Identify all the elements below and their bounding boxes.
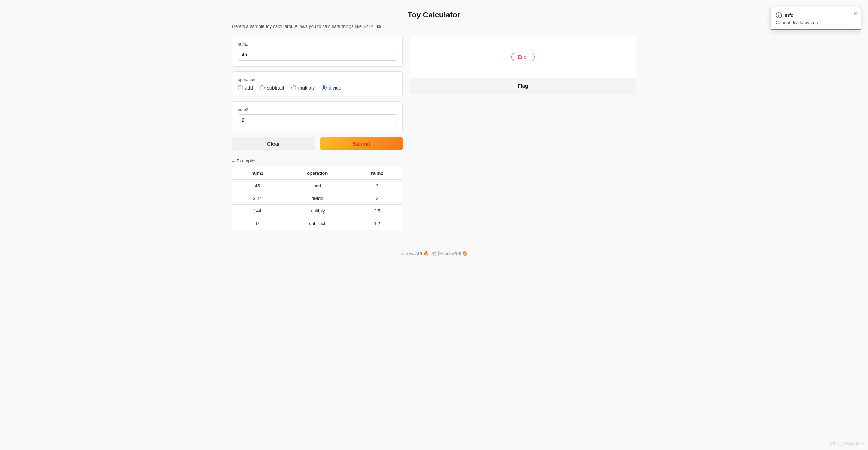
col-operation: operation [283,167,352,180]
radio-divide-input[interactable] [322,85,327,90]
table-cell-num1: 144 [232,205,283,217]
table-cell-num2: 2 [352,192,402,205]
table-cell-num1: 45 [232,180,283,192]
radio-subtract[interactable]: subtract [260,85,284,91]
examples-table: num1 operation num2 45add33.14divide2144… [232,167,403,230]
error-badge: Error [511,53,535,61]
page-description: Here's a sample toy calculator. Allows y… [232,24,636,29]
toast-notification: i Info Cannot divide by zero! × [770,7,861,30]
table-row[interactable]: 45add3 [232,180,402,192]
radio-multiply-input[interactable] [291,85,296,90]
num2-section: num2 [232,101,403,132]
examples-thead: num1 operation num2 [232,167,402,180]
radio-add[interactable]: add [238,85,253,91]
examples-tbody: 45add33.14divide2144multiply2.50subtract… [232,180,402,230]
left-panel: num1 operation add subtract [232,36,403,230]
table-cell-num2: 3 [352,180,402,192]
num1-input[interactable] [238,49,397,61]
table-cell-num2: 2.5 [352,205,402,217]
info-icon: i [776,12,782,18]
toast-progress-bar [771,29,861,30]
radio-divide-label: divide [329,85,341,91]
table-cell-operation: multiply [283,205,352,217]
radio-add-label: add [245,85,253,91]
table-row[interactable]: 0subtract1.2 [232,217,402,230]
table-cell-operation: subtract [283,217,352,230]
examples-header-row: num1 operation num2 [232,167,402,180]
page-wrapper: Toy Calculator Here's a sample toy calcu… [225,0,643,278]
page-title: Toy Calculator [232,10,636,20]
table-row[interactable]: 3.14divide2 [232,192,402,205]
col-num2: num2 [352,167,402,180]
examples-label: Examples [237,158,256,163]
table-cell-num2: 1.2 [352,217,402,230]
footer-built-label: 使用Gradio构建 🎨 [432,251,468,256]
table-row[interactable]: 144multiply2.5 [232,205,402,217]
radio-group: add subtract multiply divide [238,85,397,91]
radio-add-input[interactable] [238,85,243,90]
radio-multiply-label: multiply [298,85,315,91]
button-row: Clear Submit [232,137,403,150]
operation-label: operation [238,77,397,82]
num2-input[interactable] [238,114,397,126]
result-area: Error [410,36,636,78]
operation-section: operation add subtract multiply [232,71,403,96]
submit-button[interactable]: Submit [320,137,403,150]
footer: Use via API 🔥 · 使用Gradio构建 🎨 [232,251,636,257]
examples-section: ≡ Examples num1 operation num2 45add33.1… [232,158,403,230]
examples-icon: ≡ [232,158,235,163]
watermark: CSDN @与知冷暖 ☆ [829,441,865,447]
toast-header: i Info [776,12,847,18]
clear-button[interactable]: Clear [232,137,315,150]
num1-label: num1 [238,42,397,47]
num2-label: num2 [238,107,397,112]
table-cell-num1: 3.14 [232,192,283,205]
table-cell-operation: add [283,180,352,192]
examples-header: ≡ Examples [232,158,403,163]
flag-area[interactable]: Flag [410,78,636,94]
table-cell-operation: divide [283,192,352,205]
col-num1: num1 [232,167,283,180]
radio-subtract-input[interactable] [260,85,265,90]
footer-separator: 🔥 · [423,251,432,256]
main-layout: num1 operation add subtract [232,36,636,230]
toast-close-button[interactable]: × [854,11,857,16]
radio-divide[interactable]: divide [322,85,341,91]
table-cell-num1: 0 [232,217,283,230]
toast-message: Cannot divide by zero! [776,20,847,25]
toast-title: Info [785,13,794,18]
right-panel: Error Flag [410,36,636,94]
num1-section: num1 [232,36,403,67]
footer-api-label: Use via API [400,251,422,256]
radio-subtract-label: subtract [267,85,284,91]
radio-multiply[interactable]: multiply [291,85,315,91]
